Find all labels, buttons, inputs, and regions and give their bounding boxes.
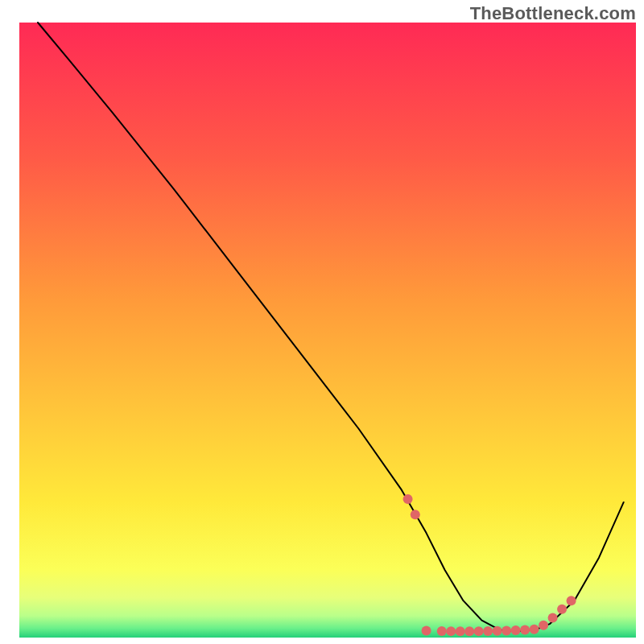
marker-dots-right — [548, 613, 558, 623]
marker-dots-bottom — [520, 625, 530, 634]
marker-dots-right — [567, 596, 576, 605]
marker-dots-left — [403, 494, 413, 504]
marker-dots-bottom — [502, 625, 511, 635]
marker-dots-bottom — [437, 626, 447, 636]
bottleneck-curve-plot — [0, 0, 644, 644]
marker-dots-bottom — [530, 625, 539, 634]
watermark-text: TheBottleneck.com — [470, 3, 636, 24]
marker-dots-bottom — [493, 626, 502, 636]
marker-dots-bottom — [446, 626, 456, 636]
marker-dots-right — [539, 621, 548, 630]
chart-container: TheBottleneck.com — [0, 0, 644, 644]
marker-dots-right — [557, 605, 567, 614]
marker-dots-bottom — [456, 626, 465, 636]
gradient-background — [19, 23, 636, 638]
marker-dots-bottom — [483, 626, 493, 636]
marker-dots-bottom — [422, 626, 431, 636]
marker-dots-left — [411, 510, 420, 519]
marker-dots-bottom — [511, 625, 521, 635]
marker-dots-bottom — [464, 626, 474, 636]
marker-dots-bottom — [474, 626, 484, 636]
